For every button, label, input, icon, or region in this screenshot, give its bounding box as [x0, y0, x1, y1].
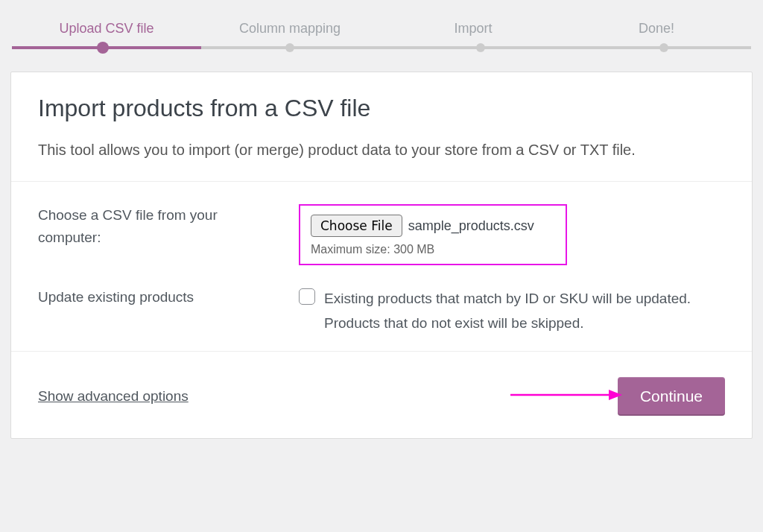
- step-import[interactable]: Import: [382, 21, 565, 46]
- update-existing-checkbox[interactable]: [299, 288, 315, 305]
- update-existing-label: Update existing products: [38, 286, 299, 308]
- update-existing-row: Update existing products Existing produc…: [38, 286, 725, 336]
- choose-file-button[interactable]: Choose File: [311, 215, 402, 237]
- step-dot-1: [97, 42, 109, 54]
- file-row: Choose a CSV file from your computer: Ch…: [38, 204, 725, 265]
- step-dot-2: [285, 43, 294, 52]
- page-subtitle: This tool allows you to import (or merge…: [38, 139, 725, 162]
- import-stepper: Upload CSV file Column mapping Import Do…: [0, 0, 763, 60]
- import-card: Import products from a CSV file This too…: [10, 72, 753, 439]
- continue-button[interactable]: Continue: [618, 377, 725, 416]
- card-footer: Show advanced options Continue: [11, 352, 752, 438]
- selected-file-name: sample_products.csv: [408, 218, 534, 234]
- step-dot-4: [659, 43, 668, 52]
- step-dot-3: [476, 43, 485, 52]
- show-advanced-options-link[interactable]: Show advanced options: [38, 388, 189, 405]
- max-size-hint: Maximum size: 300 MB: [311, 243, 554, 256]
- update-existing-description: Existing products that match by ID or SK…: [324, 286, 725, 336]
- file-highlight-box: Choose File sample_products.csv Maximum …: [299, 204, 567, 265]
- card-header: Import products from a CSV file This too…: [11, 72, 752, 182]
- step-column-mapping[interactable]: Column mapping: [198, 21, 382, 46]
- form-section: Choose a CSV file from your computer: Ch…: [11, 182, 752, 352]
- annotation-arrow-icon: [510, 387, 622, 402]
- page-title: Import products from a CSV file: [38, 95, 725, 122]
- file-label: Choose a CSV file from your computer:: [38, 204, 299, 250]
- step-done[interactable]: Done!: [565, 21, 748, 46]
